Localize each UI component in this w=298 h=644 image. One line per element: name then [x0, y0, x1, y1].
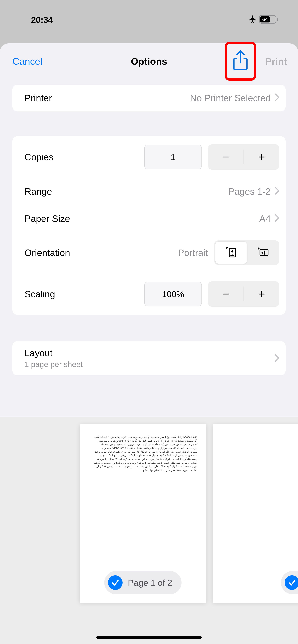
- chevron-right-icon: [275, 213, 279, 224]
- copies-row: Copies 1: [13, 136, 285, 178]
- preview-page-1-label: Page 1 of 2: [128, 578, 172, 588]
- scaling-row: Scaling 100%: [13, 273, 285, 315]
- printer-value: No Printer Selected: [190, 93, 271, 104]
- orientation-label: Orientation: [25, 247, 70, 258]
- layout-subtitle: 1 page per sheet: [25, 360, 83, 369]
- copies-label: Copies: [25, 152, 54, 162]
- copies-field[interactable]: 1: [144, 144, 202, 170]
- chevron-right-icon: [275, 93, 279, 104]
- chevron-right-icon: [275, 354, 279, 362]
- orientation-row: Orientation Portrait: [13, 232, 285, 273]
- home-indicator[interactable]: [96, 636, 202, 639]
- printer-label: Printer: [25, 93, 52, 104]
- share-icon[interactable]: [232, 50, 248, 72]
- svg-rect-5: [260, 250, 268, 256]
- layout-group: Layout 1 page per sheet: [13, 341, 285, 376]
- status-time: 20:34: [31, 15, 53, 25]
- chevron-right-icon: [275, 186, 279, 197]
- preview-page-1[interactable]: Adobe Scan را باز کنید. نوع اسکن مناسب (…: [80, 424, 206, 602]
- cancel-button[interactable]: Cancel: [13, 56, 42, 67]
- preview-page-2[interactable]: Page 2 o: [213, 424, 298, 602]
- orientation-landscape-button[interactable]: [247, 242, 278, 264]
- range-value: Pages 1-2: [228, 186, 271, 197]
- layout-label: Layout: [25, 348, 83, 358]
- paper-size-row[interactable]: Paper Size A4: [13, 205, 285, 232]
- scaling-label: Scaling: [25, 289, 55, 300]
- share-button-highlight: [225, 42, 256, 80]
- modal-header: Cancel Options Print: [0, 44, 298, 79]
- sheet: Cancel Options Print Printer No Printer …: [0, 44, 298, 644]
- printer-group: Printer No Printer Selected: [13, 85, 285, 112]
- paper-size-label: Paper Size: [25, 213, 70, 224]
- copies-stepper: [208, 144, 279, 170]
- battery-icon: 64: [259, 15, 278, 24]
- preview-page-1-badge[interactable]: Page 1 of 2: [104, 571, 182, 594]
- range-row[interactable]: Range Pages 1-2: [13, 178, 285, 205]
- print-button[interactable]: Print: [265, 56, 287, 67]
- orientation-value: Portrait: [178, 247, 208, 258]
- scaling-field[interactable]: 100%: [144, 282, 202, 306]
- scaling-decrement-button[interactable]: [208, 281, 243, 307]
- print-options-group: Copies 1 Range Pages 1-2: [13, 136, 285, 315]
- layout-row[interactable]: Layout 1 page per sheet: [13, 341, 285, 376]
- svg-point-4: [231, 250, 233, 252]
- copies-decrement-button[interactable]: [208, 144, 243, 170]
- scaling-stepper: [208, 281, 279, 307]
- status-bar: 20:34 64: [0, 0, 298, 44]
- copies-increment-button[interactable]: [244, 144, 279, 170]
- orientation-portrait-button[interactable]: [215, 242, 247, 264]
- modal-title: Options: [131, 56, 167, 67]
- check-icon: [108, 575, 123, 590]
- printer-row[interactable]: Printer No Printer Selected: [13, 85, 285, 112]
- status-right: 64: [248, 15, 278, 24]
- preview-page-2-badge[interactable]: Page 2 o: [281, 571, 298, 594]
- check-icon: [285, 575, 298, 590]
- range-label: Range: [25, 186, 52, 197]
- preview-page-1-content: Adobe Scan را باز کنید. نوع اسکن مناسب (…: [94, 435, 197, 472]
- paper-size-value: A4: [259, 213, 271, 224]
- page-previews[interactable]: Adobe Scan را باز کنید. نوع اسکن مناسب (…: [0, 416, 298, 644]
- scaling-increment-button[interactable]: [244, 281, 279, 307]
- orientation-toggle: [214, 240, 279, 265]
- airplane-mode-icon: [248, 15, 257, 24]
- svg-point-6: [261, 252, 263, 254]
